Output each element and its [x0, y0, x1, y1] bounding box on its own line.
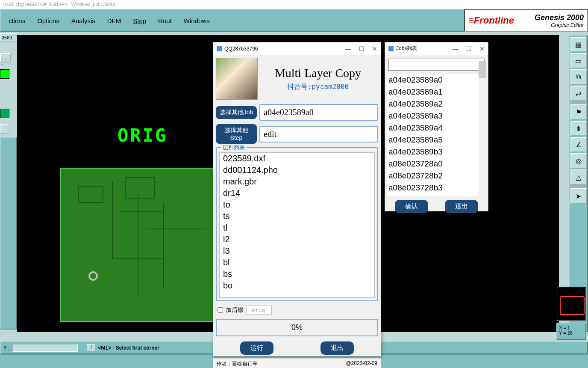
minimap[interactable]	[556, 287, 586, 321]
alert-icon[interactable]: !	[87, 344, 95, 352]
jobs-search-input[interactable]	[388, 59, 485, 71]
tool-page-icon[interactable]: ▭	[570, 53, 587, 68]
pcb-board	[60, 168, 218, 322]
jobs-list[interactable]: a04e023589a0a04e023589a1a04e023589a2a04e…	[387, 74, 486, 196]
run-button[interactable]: 运行	[240, 341, 273, 355]
tool-net-icon[interactable]: ⋔	[570, 121, 587, 136]
maximize-icon[interactable]: ☐	[466, 45, 472, 52]
minimap-viewport	[560, 296, 585, 315]
close-icon[interactable]: ✕	[479, 45, 485, 52]
jobs-exit-button[interactable]: 退出	[445, 200, 478, 213]
job-item[interactable]: a08e023728a0	[387, 158, 479, 170]
layer-icon-button[interactable]	[0, 124, 9, 134]
minimize-icon[interactable]: —	[345, 45, 351, 52]
dlg1-app-icon	[217, 46, 222, 51]
layer-item[interactable]: bs	[220, 268, 374, 280]
dlg2-window-title: Jobs列表	[396, 45, 417, 52]
layer-item[interactable]: l2	[220, 234, 374, 245]
suffix-checkbox[interactable]	[218, 307, 223, 313]
job-item[interactable]: a04e023589a5	[387, 134, 479, 146]
progress-bar: 0%	[216, 319, 378, 336]
exit-button[interactable]: 退出	[320, 341, 354, 355]
suffix-input[interactable]	[246, 306, 272, 315]
jobs-ok-button[interactable]: 确认	[395, 200, 428, 213]
multi-layer-copy-dialog: QQ287633796 — ☐ ✕ Multi Layer Copy 抖音号:p…	[213, 42, 381, 356]
dlg1-avatar-image	[216, 58, 258, 100]
jobs-scrollbar[interactable]	[479, 61, 486, 184]
brand-logo: ≡Frontline	[468, 15, 514, 26]
job-item[interactable]: a04e023589a4	[387, 122, 479, 134]
menu-dfm[interactable]: DFM	[101, 15, 127, 27]
job-item[interactable]: a04e023589a3	[387, 110, 479, 122]
brand-subtitle: Graphic Editor	[535, 22, 584, 28]
layer-list[interactable]: 023589.dxfdd001124.phomark.gbrdr14totstl…	[219, 152, 375, 298]
coord-y: Y = 28	[559, 330, 584, 335]
status-y-input[interactable]	[12, 344, 78, 352]
menu-options[interactable]: Options	[31, 15, 65, 27]
dlg1-author: 作者：要啥自行车	[217, 360, 258, 368]
job-item[interactable]: a08e023728b3	[387, 182, 479, 194]
menu-step[interactable]: Step	[127, 15, 152, 27]
close-icon[interactable]: ✕	[372, 45, 377, 52]
tool-flag-icon[interactable]: ⚑	[570, 104, 587, 120]
dlg2-titlebar[interactable]: Jobs列表 — ☐ ✕	[385, 42, 488, 55]
coordinates-readout: X = 1 Y = 28	[556, 323, 586, 340]
tool-pointer-icon[interactable]: ➤	[570, 188, 587, 204]
layer-item[interactable]: mark.gbr	[220, 176, 374, 187]
tool-target-icon[interactable]: ◎	[570, 153, 587, 169]
origin-label: ORIG	[118, 125, 168, 146]
layer-list-legend: 层别列表	[221, 144, 247, 151]
suffix-label: 加后缀	[226, 306, 244, 314]
jobs-list-dialog: Jobs列表 — ☐ ✕ a04e023589a0a04e023589a1a04…	[385, 42, 488, 211]
layer-swatch-green[interactable]	[0, 69, 9, 79]
layer-swatch-green2[interactable]	[0, 109, 9, 118]
left-info-number: 3589.	[0, 33, 17, 42]
layer-item[interactable]: dr14	[220, 187, 374, 199]
job-item[interactable]: a04e023589a1	[387, 86, 479, 98]
tool-route-icon[interactable]: ⇄	[570, 86, 587, 101]
dlg2-app-icon	[388, 46, 394, 51]
brand-title: Genesis 2000	[535, 13, 584, 22]
job-item[interactable]: a04e023589a0	[387, 74, 479, 86]
layer-item[interactable]: bl	[220, 257, 374, 268]
left-panel	[0, 137, 17, 329]
step-input[interactable]	[259, 126, 378, 142]
job-item[interactable]: a08e023728b2	[387, 170, 479, 182]
dlg1-titlebar[interactable]: QQ287633796 — ☐ ✕	[213, 42, 381, 55]
maximize-icon[interactable]: ☐	[359, 45, 365, 52]
status-y-label: Y :	[3, 345, 9, 351]
coord-x: X = 1	[559, 325, 584, 330]
layer-item[interactable]: ts	[220, 211, 374, 222]
dlg1-window-title: QQ287633796	[224, 46, 258, 52]
layer-item[interactable]: dd001124.pho	[220, 164, 374, 176]
select-job-button[interactable]: 选择其他Job	[216, 106, 257, 119]
layer-item[interactable]: 023589.dxf	[220, 153, 374, 164]
menu-windows[interactable]: Windows	[178, 15, 216, 27]
dlg1-date: @2023-02-09	[346, 360, 377, 368]
tool-warning-icon[interactable]: △	[570, 169, 587, 185]
select-step-button[interactable]: 选择其他Step	[216, 124, 257, 144]
job-input[interactable]	[259, 104, 378, 121]
layer-item[interactable]: to	[220, 199, 374, 211]
tool-angle-icon[interactable]: ∠	[570, 137, 587, 152]
app-titlebar: 10.00 (1@DESKTOP-I65BSP4 - Windows, pid:…	[0, 0, 588, 9]
dlg1-title: Multi Layer Copy	[258, 66, 378, 80]
menu-rout[interactable]: Rout	[152, 15, 178, 27]
menu-analysis[interactable]: Analysis	[65, 15, 101, 27]
menu-actions[interactable]: ctions	[3, 15, 31, 27]
layer-item[interactable]: tl	[220, 222, 374, 234]
tool-copy-icon[interactable]: ⧉	[570, 69, 587, 85]
layer-item[interactable]: bo	[220, 280, 374, 291]
status-message: <M1> - Select first corner	[98, 345, 159, 351]
minimize-icon[interactable]: —	[453, 45, 459, 52]
job-item[interactable]: a04e023589b3	[387, 146, 479, 158]
pcb-hole-icon	[88, 271, 98, 281]
tool-layers-icon[interactable]: ▦	[570, 37, 587, 52]
left-dots-button[interactable]: . . .	[0, 53, 11, 62]
layer-item[interactable]: l3	[220, 245, 374, 257]
brand-box: ≡Frontline Genesis 2000 Graphic Editor	[464, 9, 588, 32]
dlg1-subtitle: 抖音号:pycam2000	[258, 83, 378, 92]
job-item[interactable]: a04e023589a2	[387, 98, 479, 110]
